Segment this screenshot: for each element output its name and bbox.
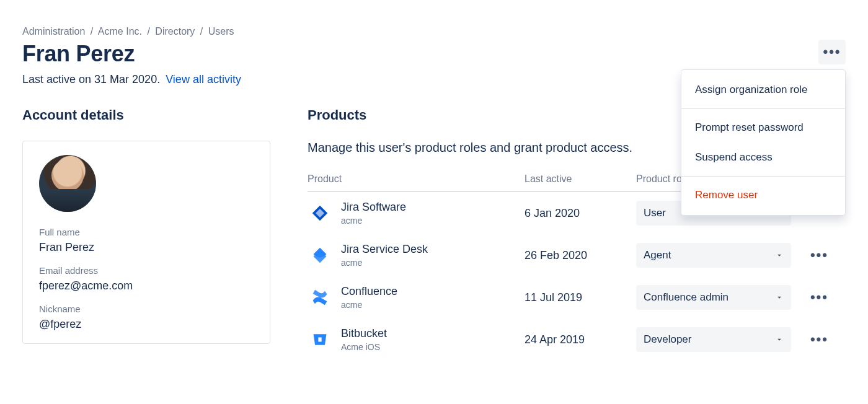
product-role-value: Confluence admin (644, 291, 728, 304)
product-row: BitbucketAcme iOS24 Apr 2019Developer••• (308, 318, 846, 361)
menu-item-assign-role[interactable]: Assign organization role (681, 75, 845, 105)
confluence-icon (308, 285, 332, 310)
product-role-value: Agent (644, 249, 671, 261)
product-role-select[interactable]: Confluence admin (636, 285, 791, 310)
chevron-down-icon (775, 251, 784, 260)
value-email: fperez@acme.com (39, 279, 254, 292)
activity-dot: . (157, 73, 160, 86)
menu-item-remove-user[interactable]: Remove user (681, 180, 845, 210)
product-name: Bitbucket (341, 327, 387, 341)
product-cell: BitbucketAcme iOS (308, 327, 525, 352)
product-sub: acme (341, 300, 397, 310)
product-row: Jira Service Deskacme26 Feb 2020Agent••• (308, 234, 846, 276)
user-actions-menu: Assign organization role Prompt reset pa… (681, 69, 846, 216)
activity-date: 31 Mar 2020 (94, 73, 157, 86)
product-sub: acme (341, 258, 428, 268)
chevron-down-icon (775, 335, 784, 344)
menu-separator (681, 108, 845, 109)
product-last-active: 11 Jul 2019 (525, 291, 636, 304)
more-actions-button[interactable]: ••• (818, 40, 846, 64)
product-cell: Jira Softwareacme (308, 201, 525, 226)
breadcrumb-users[interactable]: Users (208, 26, 234, 37)
product-name: Jira Software (341, 201, 406, 214)
product-row-actions-button[interactable]: ••• (810, 332, 828, 348)
product-row-actions-button[interactable]: ••• (810, 289, 828, 305)
section-heading-account: Account details (22, 107, 270, 123)
product-row: Confluenceacme11 Jul 2019Confluence admi… (308, 276, 846, 318)
menu-item-suspend-access[interactable]: Suspend access (681, 143, 845, 172)
chevron-down-icon (775, 293, 784, 302)
product-sub: Acme iOS (341, 342, 387, 352)
th-last-active: Last active (525, 173, 636, 185)
breadcrumb-sep: / (91, 26, 93, 37)
product-role-value: Developer (644, 333, 692, 346)
label-nickname: Nickname (39, 304, 254, 314)
page-title: Fran Perez (22, 41, 846, 67)
product-role-value: User (644, 207, 666, 219)
label-email: Email address (39, 265, 254, 276)
dots-icon: ••• (823, 44, 841, 60)
menu-separator (681, 176, 845, 177)
jira-software-icon (308, 201, 332, 226)
product-cell: Confluenceacme (308, 285, 525, 310)
breadcrumb-sep: / (147, 26, 149, 37)
breadcrumb-administration[interactable]: Administration (22, 26, 85, 37)
product-name: Confluence (341, 285, 397, 299)
menu-item-reset-password[interactable]: Prompt reset password (681, 113, 845, 143)
account-details-card: Full name Fran Perez Email address fpere… (22, 141, 270, 344)
product-row-actions-button[interactable]: ••• (810, 247, 828, 263)
product-role-select[interactable]: Agent (636, 243, 791, 268)
breadcrumb-sep: / (200, 26, 203, 37)
jira-service-desk-icon (308, 243, 332, 268)
product-sub: acme (341, 216, 406, 226)
product-last-active: 26 Feb 2020 (525, 249, 636, 262)
value-nickname: @fperez (39, 318, 254, 331)
bitbucket-icon (308, 327, 332, 352)
view-all-activity-link[interactable]: View all activity (166, 73, 241, 86)
breadcrumb-directory[interactable]: Directory (155, 26, 195, 37)
svg-rect-0 (318, 338, 321, 342)
th-product: Product (308, 173, 525, 185)
breadcrumb: Administration / Acme Inc. / Directory /… (22, 26, 846, 37)
activity-prefix: Last active on (22, 73, 94, 86)
value-full-name: Fran Perez (39, 241, 254, 254)
product-role-select[interactable]: Developer (636, 327, 791, 352)
product-last-active: 6 Jan 2020 (525, 207, 636, 220)
product-last-active: 24 Apr 2019 (525, 333, 636, 346)
breadcrumb-org[interactable]: Acme Inc. (98, 26, 142, 37)
product-name: Jira Service Desk (341, 243, 428, 257)
avatar (39, 155, 96, 212)
product-cell: Jira Service Deskacme (308, 243, 525, 268)
label-full-name: Full name (39, 227, 254, 237)
